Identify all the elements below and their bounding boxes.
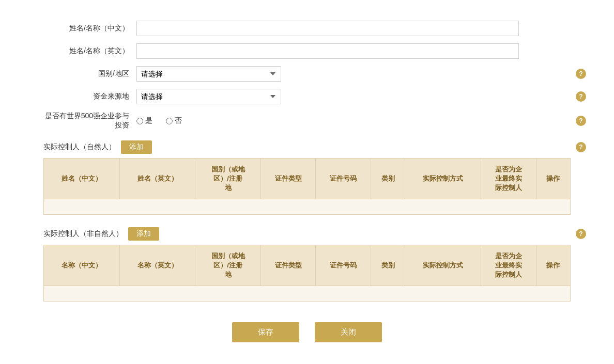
name-en-label: 姓名/名称（英文） xyxy=(43,46,136,56)
non-natural-person-empty-cell xyxy=(44,286,571,302)
fortune500-label: 是否有世界500强企业参与投资 xyxy=(43,112,136,130)
form-section: 姓名/名称（中文） 姓名/名称（英文） 国别/地区 请选择 ? 资金来源地 请选… xyxy=(43,21,571,130)
np-col-cert-type: 证件类型 xyxy=(260,159,316,199)
np-col-country: 国别（或地区）/注册地 xyxy=(195,159,261,199)
non-natural-person-section: 实际控制人（非自然人） 添加 ? 名称（中文） 名称（英文） 国别（或地区）/注… xyxy=(43,227,571,302)
fortune500-row: 是否有世界500强企业参与投资 是 否 ? xyxy=(43,112,571,130)
np-col-control-method: 实际控制方式 xyxy=(405,159,481,199)
country-help-icon[interactable]: ? xyxy=(576,69,586,79)
natural-person-help-icon[interactable]: ? xyxy=(576,142,586,152)
np-col-final-controller: 是否为企业最终实际控制人 xyxy=(481,159,536,199)
natural-person-header: 实际控制人（自然人） 添加 ? xyxy=(43,140,571,154)
country-select[interactable]: 请选择 xyxy=(136,66,281,82)
fortune500-yes-label: 是 xyxy=(145,116,152,125)
natural-person-add-button[interactable]: 添加 xyxy=(121,140,152,154)
non-natural-person-table-header-row: 名称（中文） 名称（英文） 国别（或地区）/注册地 证件类型 证件号码 类别 实… xyxy=(44,245,571,286)
name-cn-input[interactable] xyxy=(136,21,519,36)
np-col-name-en: 姓名（英文） xyxy=(119,159,195,199)
non-natural-person-header: 实际控制人（非自然人） 添加 ? xyxy=(43,227,571,241)
nnp-col-name-cn: 名称（中文） xyxy=(44,245,120,286)
fortune500-yes-item: 是 xyxy=(136,116,158,125)
np-col-cert-no: 证件号码 xyxy=(316,159,371,199)
fund-source-label: 资金来源地 xyxy=(43,92,136,101)
natural-person-title: 实际控制人（自然人） xyxy=(43,143,116,152)
country-row: 国别/地区 请选择 ? xyxy=(43,66,571,82)
np-col-action: 操作 xyxy=(536,159,570,199)
name-cn-label: 姓名/名称（中文） xyxy=(43,24,136,33)
nnp-col-cert-no: 证件号码 xyxy=(316,245,371,286)
fortune500-radio-group: 是 否 xyxy=(136,116,192,125)
nnp-col-action: 操作 xyxy=(536,245,570,286)
np-col-category: 类别 xyxy=(371,159,405,199)
nnp-col-final-controller: 是否为企业最终实际控制人 xyxy=(481,245,536,286)
fund-source-help-icon[interactable]: ? xyxy=(576,91,586,102)
nnp-col-control-method: 实际控制方式 xyxy=(405,245,481,286)
fortune500-no-label: 否 xyxy=(175,116,182,125)
nnp-col-cert-type: 证件类型 xyxy=(260,245,316,286)
name-cn-row: 姓名/名称（中文） xyxy=(43,21,571,36)
non-natural-person-help-icon[interactable]: ? xyxy=(576,229,586,239)
natural-person-table-header-row: 姓名（中文） 姓名（英文） 国别（或地区）/注册地 证件类型 证件号码 类别 实… xyxy=(44,159,571,199)
name-en-row: 姓名/名称（英文） xyxy=(43,43,571,59)
natural-person-empty-row xyxy=(44,199,571,215)
save-button[interactable]: 保存 xyxy=(232,322,299,342)
fund-source-select[interactable]: 请选择 xyxy=(136,89,281,104)
fortune500-yes-radio[interactable] xyxy=(136,118,143,124)
nnp-col-country: 国别（或地区）/注册地 xyxy=(195,245,261,286)
natural-person-table: 姓名（中文） 姓名（英文） 国别（或地区）/注册地 证件类型 证件号码 类别 实… xyxy=(43,158,571,215)
fortune500-no-item: 否 xyxy=(166,116,187,125)
non-natural-person-add-button[interactable]: 添加 xyxy=(128,227,159,241)
fund-source-row: 资金来源地 请选择 ? xyxy=(43,89,571,104)
non-natural-person-empty-row xyxy=(44,286,571,302)
nnp-col-category: 类别 xyxy=(371,245,405,286)
np-col-name-cn: 姓名（中文） xyxy=(44,159,120,199)
non-natural-person-title: 实际控制人（非自然人） xyxy=(43,229,123,239)
name-en-input[interactable] xyxy=(136,43,519,59)
country-label: 国别/地区 xyxy=(43,69,136,78)
natural-person-empty-cell xyxy=(44,199,571,215)
fortune500-help-icon[interactable]: ? xyxy=(576,116,586,126)
bottom-buttons: 保存 关闭 xyxy=(43,322,571,342)
page-container: 姓名/名称（中文） 姓名/名称（英文） 国别/地区 请选择 ? 资金来源地 请选… xyxy=(23,10,591,353)
non-natural-person-table: 名称（中文） 名称（英文） 国别（或地区）/注册地 证件类型 证件号码 类别 实… xyxy=(43,245,571,302)
close-button[interactable]: 关闭 xyxy=(315,322,382,342)
fortune500-no-radio[interactable] xyxy=(166,118,173,124)
nnp-col-name-en: 名称（英文） xyxy=(119,245,195,286)
natural-person-section: 实际控制人（自然人） 添加 ? 姓名（中文） 姓名（英文） 国别（或地区）/注册… xyxy=(43,140,571,215)
